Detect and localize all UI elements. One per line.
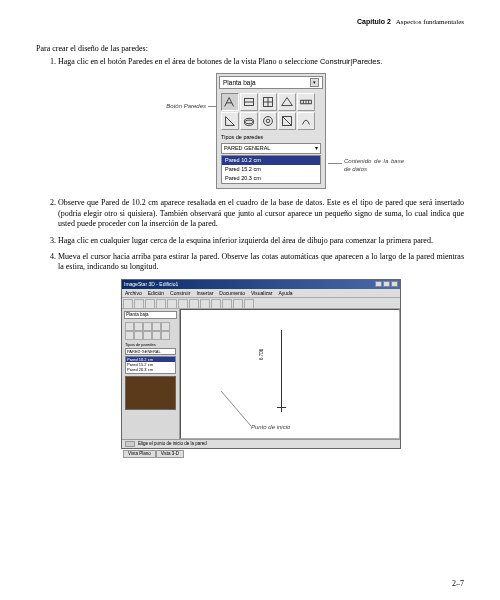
tool-button-2[interactable] <box>240 93 258 111</box>
step-4: Mueva el cursor hacia arriba para estira… <box>58 252 464 469</box>
mini-tool[interactable] <box>134 331 143 340</box>
left-panel-title[interactable]: Planta baja <box>124 311 177 319</box>
svg-line-14 <box>283 117 292 126</box>
page-number: 2–7 <box>452 579 464 588</box>
steps-list: Haga clic en el botón Paredes en el área… <box>36 57 464 469</box>
maximize-button[interactable] <box>383 281 390 287</box>
tab-3d[interactable]: Vista 3-D <box>156 450 184 458</box>
menu-edicion[interactable]: Edición <box>148 290 164 296</box>
menu-archivo[interactable]: Archivo <box>125 290 142 296</box>
mini-tool[interactable] <box>152 322 161 331</box>
toolbar-button[interactable] <box>222 299 232 309</box>
wall-type-combo[interactable]: PARED GENERAL ▾ <box>221 143 321 154</box>
page-header: Capítulo 2 Aspectos fundamentales <box>36 18 464 26</box>
window-title: ImageStar 3D - Edificio1 <box>124 281 178 288</box>
menu-documento[interactable]: Documento <box>219 290 245 296</box>
material-preview <box>125 376 176 410</box>
tab-plano[interactable]: Vista Plano <box>123 450 156 458</box>
svg-line-15 <box>221 391 251 426</box>
status-bar: Elige el punto de inicio de la pared <box>122 439 400 448</box>
svg-point-12 <box>266 120 270 124</box>
list-item[interactable]: Pared 20.3 cm <box>222 174 320 183</box>
status-icon <box>125 441 135 447</box>
tool-button-10[interactable] <box>297 112 315 130</box>
menu-construir[interactable]: Construir <box>170 290 190 296</box>
intro-text: Para crear el diseño de las paredes: <box>36 44 464 53</box>
callout-line-2 <box>328 163 342 164</box>
toolbar-button[interactable] <box>233 299 243 309</box>
tool-button-7[interactable] <box>240 112 258 130</box>
dimension-label: 6.706 <box>259 348 265 359</box>
menu-insertar[interactable]: Insertar <box>196 290 213 296</box>
callout-punto-inicio: Punto de inicio <box>251 424 290 432</box>
tool-button-grid <box>217 91 325 132</box>
step-3: Haga clic en cualquier lugar cerca de la… <box>58 236 464 246</box>
combo-value: PARED GENERAL <box>224 145 270 152</box>
figure-2: ImageStar 3D - Edificio1 Archivo Edición… <box>121 279 401 469</box>
menu-bar: Archivo Edición Construir Insertar Docum… <box>122 289 400 297</box>
mini-tool[interactable] <box>134 322 143 331</box>
window-titlebar: ImageStar 3D - Edificio1 <box>122 280 400 289</box>
menu-ayuda[interactable]: Ayuda <box>279 290 293 296</box>
mini-tool[interactable] <box>152 331 161 340</box>
left-side-panel: Planta baja <box>122 309 180 439</box>
view-tabs: Vista Plano Vista 3-D <box>123 450 184 458</box>
callout-pointer-line <box>221 391 251 426</box>
combo-arrow-icon: ▾ <box>315 145 318 152</box>
minimize-button[interactable] <box>375 281 382 287</box>
work-area: Planta baja <box>122 309 400 439</box>
left-tool-grid <box>122 321 179 341</box>
toolbar-button[interactable] <box>167 299 177 309</box>
step-2: Observe que Pared de 10.2 cm aparece res… <box>58 198 464 229</box>
toolbar-button[interactable] <box>145 299 155 309</box>
step-4-text: Mueva el cursor hacia arriba para estira… <box>58 252 464 271</box>
toolbar-button[interactable] <box>123 299 133 309</box>
dropdown-icon[interactable]: ▾ <box>310 78 319 87</box>
toolbar-button[interactable] <box>178 299 188 309</box>
tool-button-6[interactable] <box>221 112 239 130</box>
window-controls <box>375 281 398 287</box>
tool-button-9[interactable] <box>278 112 296 130</box>
callout-boton-paredes: Botón Paredes <box>144 103 206 111</box>
tool-button-4[interactable] <box>278 93 296 111</box>
panel-title-bar[interactable]: Planta baja ▾ <box>219 76 323 89</box>
menu-visualizar[interactable]: Visualizar <box>251 290 273 296</box>
callout-contenido: Contenido de la base de datos <box>344 158 404 174</box>
mini-tool[interactable] <box>125 322 134 331</box>
toolbar-button[interactable] <box>200 299 210 309</box>
step-1-text: Haga clic en el botón Paredes en el área… <box>58 57 320 66</box>
toolbar-button[interactable] <box>189 299 199 309</box>
tool-button-8[interactable] <box>259 112 277 130</box>
step-1-menu: Construir|Paredes. <box>320 57 382 66</box>
panel-title-text: Planta baja <box>223 79 256 87</box>
wall-type-list[interactable]: Pared 10.2 cm Pared 15.2 cm Pared 20.3 c… <box>221 155 321 184</box>
toolbar-button[interactable] <box>244 299 254 309</box>
toolbar-button[interactable] <box>134 299 144 309</box>
list-item-selected[interactable]: Pared 10.2 cm <box>222 156 320 165</box>
left-wall-list[interactable]: Pared 10.2 cm Pared 15.2 cm Pared 20.3 c… <box>125 356 176 374</box>
panel-section-label: Tipos de paredes <box>217 132 325 141</box>
status-text: Elige el punto de inicio de la pared <box>138 441 207 447</box>
tool-button-5[interactable] <box>297 93 315 111</box>
toolbar-button[interactable] <box>156 299 166 309</box>
main-toolbar <box>122 297 400 309</box>
wall-segment <box>281 330 282 405</box>
tool-panel: Planta baja ▾ Tipos de paredes <box>216 73 326 189</box>
svg-point-11 <box>264 117 273 126</box>
paredes-button[interactable] <box>221 93 239 111</box>
mini-tool[interactable] <box>143 331 152 340</box>
toolbar-button[interactable] <box>211 299 221 309</box>
mini-tool[interactable] <box>143 322 152 331</box>
close-button[interactable] <box>391 281 398 287</box>
cursor-crosshair-icon <box>277 403 286 412</box>
mini-tool[interactable] <box>125 331 134 340</box>
mini-tool[interactable] <box>161 331 170 340</box>
left-list-item[interactable]: Pared 20.3 cm <box>126 367 175 372</box>
left-combo[interactable]: PARED GENERAL <box>125 348 176 355</box>
list-item[interactable]: Pared 15.2 cm <box>222 165 320 174</box>
chapter-title-text: Aspectos fundamentales <box>396 18 464 26</box>
figure-1: Botón Paredes Planta baja ▾ <box>146 73 376 188</box>
tool-button-3[interactable] <box>259 93 277 111</box>
mini-tool[interactable] <box>161 322 170 331</box>
drawing-canvas[interactable]: 6.706 <box>180 309 400 439</box>
